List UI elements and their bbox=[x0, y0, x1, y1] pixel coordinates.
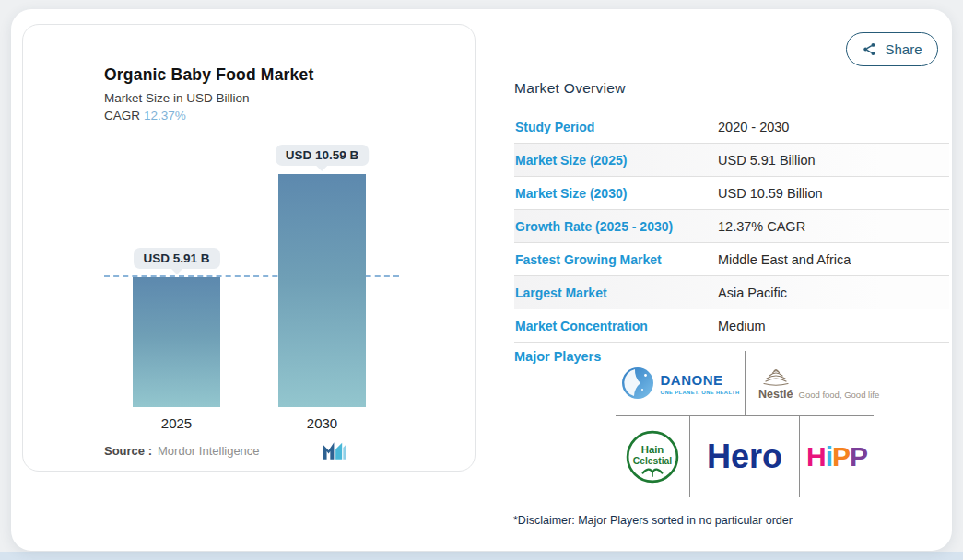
nestle-text: Nestlé Good food, Good life bbox=[758, 388, 879, 401]
source-row: Source : Mordor Intelligence bbox=[104, 441, 348, 461]
category-label-2025: 2025 bbox=[161, 415, 192, 431]
bar-callout-2030: USD 10.59 B bbox=[276, 145, 370, 166]
table-row-market-concentration: Market Concentration Medium bbox=[514, 309, 949, 343]
share-label: Share bbox=[885, 41, 922, 57]
danone-globe-icon bbox=[621, 367, 654, 400]
overview-heading: Market Overview bbox=[514, 80, 626, 97]
hipp-wordmark: HiPP bbox=[806, 441, 867, 472]
bar-2025 bbox=[133, 277, 220, 407]
source-label: Source : bbox=[104, 444, 152, 458]
bar-value-label: USD 10.59 B bbox=[286, 148, 359, 162]
hipp-letter: P bbox=[832, 441, 850, 472]
chart-header: Organic Baby Food Market Market Size in … bbox=[104, 65, 313, 122]
hipp-letter: H bbox=[806, 441, 826, 472]
cagr-line: CAGR12.37% bbox=[104, 109, 313, 122]
row-label: Market Size (2030) bbox=[514, 186, 718, 201]
source-name: Mordor Intelligence bbox=[158, 444, 260, 458]
cagr-value: 12.37% bbox=[144, 109, 186, 122]
logo-nestle: Nestlé Good food, Good life bbox=[745, 351, 874, 415]
logo-hero: Hero bbox=[689, 416, 800, 497]
page-bottom-strip bbox=[0, 552, 963, 560]
table-row-growth-rate: Growth Rate (2025 - 2030) 12.37% CAGR bbox=[514, 210, 949, 243]
table-row-largest-market: Largest Market Asia Pacific bbox=[514, 276, 949, 309]
row-value: Medium bbox=[718, 319, 766, 333]
danone-tagline: ONE PLANET. ONE HEALTH bbox=[661, 390, 740, 395]
row-value: 12.37% CAGR bbox=[718, 219, 805, 234]
hain-text-line1: Hain bbox=[641, 444, 664, 455]
nestle-wordmark: Nestlé bbox=[758, 388, 793, 401]
row-value: 2020 - 2030 bbox=[718, 120, 789, 134]
category-label-2030: 2030 bbox=[307, 415, 337, 431]
logo-danone: DANONE ONE PLANET. ONE HEALTH bbox=[616, 351, 745, 415]
major-players-heading: Major Players bbox=[514, 349, 601, 364]
danone-text: DANONE ONE PLANET. ONE HEALTH bbox=[661, 372, 740, 395]
row-value: Asia Pacific bbox=[718, 286, 787, 300]
nestle-tagline: Good food, Good life bbox=[799, 390, 880, 400]
row-label: Fastest Growing Market bbox=[514, 252, 718, 267]
overview-table: Study Period 2020 - 2030 Market Size (20… bbox=[514, 111, 949, 343]
bar-2030 bbox=[278, 174, 366, 407]
row-value: Middle East and Africa bbox=[718, 252, 851, 267]
bar-value-label: USD 5.91 B bbox=[143, 251, 209, 265]
row-label: Market Concentration bbox=[514, 319, 718, 333]
chart-panel: Organic Baby Food Market Market Size in … bbox=[22, 24, 476, 472]
row-label: Growth Rate (2025 - 2030) bbox=[514, 219, 718, 234]
row-label: Market Size (2025) bbox=[514, 153, 718, 168]
hain-celestial-badge-icon: Hain Celestial bbox=[625, 429, 680, 484]
nestle-nest-icon bbox=[762, 367, 790, 387]
chart-title: Organic Baby Food Market bbox=[104, 65, 313, 85]
cagr-label: CAGR bbox=[104, 109, 140, 122]
hero-wordmark: Hero bbox=[707, 438, 782, 476]
row-value: USD 10.59 Billion bbox=[718, 186, 823, 201]
major-players-row-2: Hain Celestial Hero HiPP bbox=[616, 415, 874, 497]
table-row-study-period: Study Period 2020 - 2030 bbox=[514, 111, 949, 144]
table-row-fastest-growing-market: Fastest Growing Market Middle East and A… bbox=[514, 243, 949, 276]
chart-subtitle: Market Size in USD Billion bbox=[104, 91, 313, 105]
bar-chart: USD 5.91 B 2025 USD 10.59 B 2030 bbox=[104, 146, 399, 407]
major-players-row-1: DANONE ONE PLANET. ONE HEALTH Nestlé Goo… bbox=[616, 351, 874, 415]
report-card: Share Organic Baby Food Market Market Si… bbox=[11, 9, 952, 551]
disclaimer: *Disclaimer: Major Players sorted in no … bbox=[513, 514, 793, 527]
bar-callout-2025: USD 5.91 B bbox=[133, 248, 219, 269]
row-label: Largest Market bbox=[514, 286, 718, 300]
table-row-market-size-2025: Market Size (2025) USD 5.91 Billion bbox=[514, 144, 949, 177]
share-button[interactable]: Share bbox=[846, 32, 938, 66]
table-row-market-size-2030: Market Size (2030) USD 10.59 Billion bbox=[514, 177, 949, 210]
major-players-grid: DANONE ONE PLANET. ONE HEALTH Nestlé Goo… bbox=[616, 351, 874, 497]
danone-wordmark: DANONE bbox=[661, 372, 740, 388]
hipp-letter: i bbox=[826, 441, 832, 472]
hipp-letter: P bbox=[850, 441, 867, 472]
row-value: USD 5.91 Billion bbox=[718, 153, 816, 168]
hain-text-line2: Celestial bbox=[633, 456, 673, 466]
mordor-intelligence-logo bbox=[321, 441, 348, 461]
share-nodes-icon bbox=[862, 41, 877, 57]
logo-hain-celestial: Hain Celestial bbox=[616, 416, 689, 497]
logo-hipp: HiPP bbox=[800, 416, 874, 497]
row-label: Study Period bbox=[514, 120, 718, 134]
